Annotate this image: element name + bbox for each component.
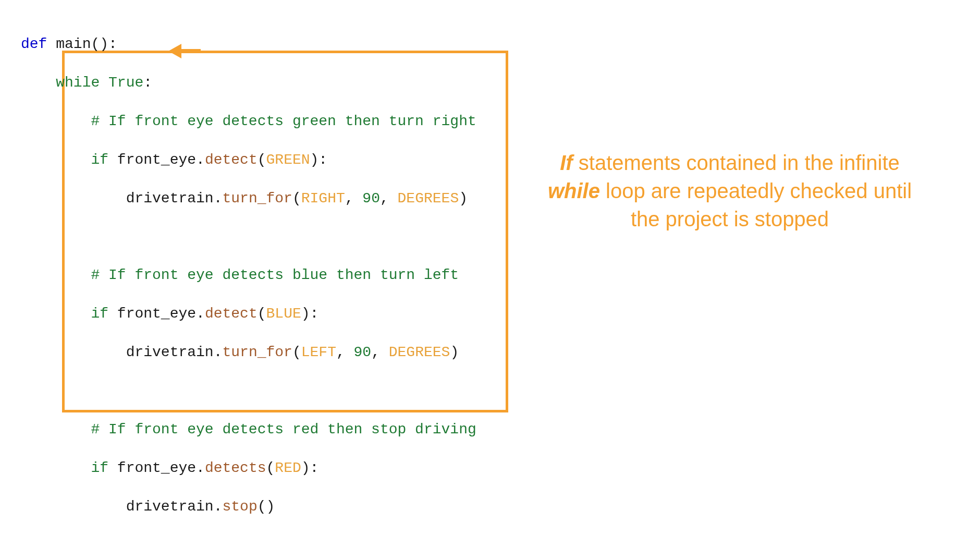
code-line-comment-red: # If front eye detects red then stop dri… bbox=[21, 420, 511, 440]
annotation-panel: If statements contained in the infinite … bbox=[511, 16, 959, 543]
annotation-text: If statements contained in the infinite … bbox=[532, 149, 928, 233]
code-line-if-green: if front_eye.detect(GREEN): bbox=[21, 151, 511, 170]
code-panel: def main(): while True: # If front eye d… bbox=[21, 16, 511, 543]
code-line-while: while True: bbox=[21, 74, 511, 93]
main-container: def main(): while True: # If front eye d… bbox=[0, 0, 980, 559]
code-block: def main(): while True: # If front eye d… bbox=[21, 16, 511, 559]
code-line-blank bbox=[21, 536, 511, 555]
code-line-comment-blue: # If front eye detects blue then turn le… bbox=[21, 266, 511, 285]
code-line-stop: drivetrain.stop() bbox=[21, 497, 511, 517]
code-line-def: def main(): bbox=[21, 35, 511, 54]
code-line-blank bbox=[21, 382, 511, 401]
code-line-if-red: if front_eye.detects(RED): bbox=[21, 459, 511, 478]
code-line-comment-green: # If front eye detects green then turn r… bbox=[21, 112, 511, 131]
code-line-turn-left: drivetrain.turn_for(LEFT, 90, DEGREES) bbox=[21, 343, 511, 362]
code-line-turn-right: drivetrain.turn_for(RIGHT, 90, DEGREES) bbox=[21, 189, 511, 209]
code-line-if-blue: if front_eye.detect(BLUE): bbox=[21, 305, 511, 324]
code-line-blank bbox=[21, 227, 511, 247]
